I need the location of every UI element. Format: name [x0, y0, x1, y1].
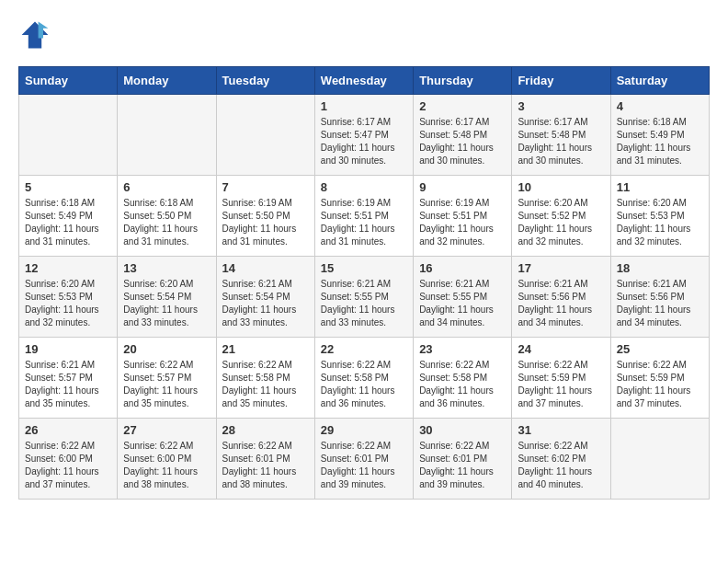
day-number: 8	[321, 180, 407, 194]
calendar-cell: 16Sunrise: 6:21 AM Sunset: 5:55 PM Dayli…	[414, 257, 512, 338]
calendar-week-row: 26Sunrise: 6:22 AM Sunset: 6:00 PM Dayli…	[19, 419, 710, 500]
calendar-cell: 22Sunrise: 6:22 AM Sunset: 5:58 PM Dayli…	[314, 338, 413, 419]
calendar-week-row: 1Sunrise: 6:17 AM Sunset: 5:47 PM Daylig…	[19, 95, 710, 176]
logo-icon	[18, 18, 51, 52]
day-number: 6	[123, 180, 210, 194]
calendar-cell: 21Sunrise: 6:22 AM Sunset: 5:58 PM Dayli…	[216, 338, 314, 419]
calendar-cell: 26Sunrise: 6:22 AM Sunset: 6:00 PM Dayli…	[19, 419, 118, 500]
calendar-cell: 6Sunrise: 6:18 AM Sunset: 5:50 PM Daylig…	[118, 176, 216, 257]
calendar-cell	[610, 419, 709, 500]
calendar-cell: 1Sunrise: 6:17 AM Sunset: 5:47 PM Daylig…	[314, 95, 413, 176]
calendar-cell: 15Sunrise: 6:21 AM Sunset: 5:55 PM Dayli…	[314, 257, 413, 338]
day-info: Sunrise: 6:22 AM Sunset: 5:57 PM Dayligh…	[123, 359, 210, 410]
day-info: Sunrise: 6:22 AM Sunset: 5:58 PM Dayligh…	[419, 359, 506, 410]
calendar-cell: 27Sunrise: 6:22 AM Sunset: 6:00 PM Dayli…	[118, 419, 216, 500]
calendar-cell	[118, 95, 216, 176]
calendar-cell: 9Sunrise: 6:19 AM Sunset: 5:51 PM Daylig…	[414, 176, 512, 257]
day-number: 11	[617, 180, 703, 194]
day-number: 15	[321, 261, 407, 275]
calendar-cell: 10Sunrise: 6:20 AM Sunset: 5:52 PM Dayli…	[512, 176, 610, 257]
day-info: Sunrise: 6:21 AM Sunset: 5:56 PM Dayligh…	[617, 278, 703, 329]
day-info: Sunrise: 6:22 AM Sunset: 6:01 PM Dayligh…	[419, 440, 506, 491]
day-number: 3	[518, 99, 604, 113]
day-number: 21	[222, 342, 309, 356]
weekday-header: Tuesday	[216, 67, 314, 95]
day-number: 7	[222, 180, 309, 194]
day-info: Sunrise: 6:22 AM Sunset: 5:59 PM Dayligh…	[518, 359, 604, 410]
day-info: Sunrise: 6:20 AM Sunset: 5:53 PM Dayligh…	[617, 197, 703, 248]
calendar-cell: 19Sunrise: 6:21 AM Sunset: 5:57 PM Dayli…	[19, 338, 118, 419]
day-number: 2	[419, 99, 506, 113]
calendar-cell: 11Sunrise: 6:20 AM Sunset: 5:53 PM Dayli…	[610, 176, 709, 257]
day-info: Sunrise: 6:20 AM Sunset: 5:54 PM Dayligh…	[123, 278, 210, 329]
day-info: Sunrise: 6:21 AM Sunset: 5:55 PM Dayligh…	[419, 278, 506, 329]
day-number: 30	[419, 423, 506, 437]
calendar-cell: 23Sunrise: 6:22 AM Sunset: 5:58 PM Dayli…	[414, 338, 512, 419]
weekday-header: Sunday	[19, 67, 118, 95]
calendar-cell: 24Sunrise: 6:22 AM Sunset: 5:59 PM Dayli…	[512, 338, 610, 419]
day-info: Sunrise: 6:22 AM Sunset: 6:00 PM Dayligh…	[25, 440, 111, 491]
day-number: 17	[518, 261, 604, 275]
calendar-cell: 12Sunrise: 6:20 AM Sunset: 5:53 PM Dayli…	[19, 257, 118, 338]
day-info: Sunrise: 6:18 AM Sunset: 5:49 PM Dayligh…	[617, 116, 703, 167]
calendar-cell: 7Sunrise: 6:19 AM Sunset: 5:50 PM Daylig…	[216, 176, 314, 257]
calendar-cell: 17Sunrise: 6:21 AM Sunset: 5:56 PM Dayli…	[512, 257, 610, 338]
svg-marker-1	[39, 22, 49, 39]
calendar-week-row: 12Sunrise: 6:20 AM Sunset: 5:53 PM Dayli…	[19, 257, 710, 338]
day-info: Sunrise: 6:19 AM Sunset: 5:51 PM Dayligh…	[321, 197, 407, 248]
calendar-table: SundayMondayTuesdayWednesdayThursdayFrid…	[18, 66, 710, 500]
day-info: Sunrise: 6:22 AM Sunset: 5:58 PM Dayligh…	[321, 359, 407, 410]
calendar-week-row: 5Sunrise: 6:18 AM Sunset: 5:49 PM Daylig…	[19, 176, 710, 257]
calendar-cell: 14Sunrise: 6:21 AM Sunset: 5:54 PM Dayli…	[216, 257, 314, 338]
day-info: Sunrise: 6:21 AM Sunset: 5:56 PM Dayligh…	[518, 278, 604, 329]
day-info: Sunrise: 6:21 AM Sunset: 5:57 PM Dayligh…	[25, 359, 111, 410]
page-header	[18, 18, 710, 52]
calendar-cell: 25Sunrise: 6:22 AM Sunset: 5:59 PM Dayli…	[610, 338, 709, 419]
day-number: 18	[617, 261, 703, 275]
day-number: 23	[419, 342, 506, 356]
day-number: 24	[518, 342, 604, 356]
logo	[18, 18, 55, 52]
day-number: 9	[419, 180, 506, 194]
weekday-header: Thursday	[414, 67, 512, 95]
day-info: Sunrise: 6:20 AM Sunset: 5:53 PM Dayligh…	[25, 278, 111, 329]
svg-marker-0	[22, 22, 49, 49]
day-number: 27	[123, 423, 210, 437]
day-info: Sunrise: 6:17 AM Sunset: 5:47 PM Dayligh…	[321, 116, 407, 167]
weekday-header: Saturday	[610, 67, 709, 95]
calendar-cell: 2Sunrise: 6:17 AM Sunset: 5:48 PM Daylig…	[414, 95, 512, 176]
day-number: 5	[25, 180, 111, 194]
weekday-header-row: SundayMondayTuesdayWednesdayThursdayFrid…	[19, 67, 710, 95]
day-number: 4	[617, 99, 703, 113]
day-number: 16	[419, 261, 506, 275]
day-info: Sunrise: 6:22 AM Sunset: 5:58 PM Dayligh…	[222, 359, 309, 410]
weekday-header: Wednesday	[314, 67, 413, 95]
day-number: 19	[25, 342, 111, 356]
calendar-cell: 5Sunrise: 6:18 AM Sunset: 5:49 PM Daylig…	[19, 176, 118, 257]
calendar-cell: 29Sunrise: 6:22 AM Sunset: 6:01 PM Dayli…	[314, 419, 413, 500]
calendar-cell: 8Sunrise: 6:19 AM Sunset: 5:51 PM Daylig…	[314, 176, 413, 257]
day-info: Sunrise: 6:17 AM Sunset: 5:48 PM Dayligh…	[419, 116, 506, 167]
day-number: 25	[617, 342, 703, 356]
day-info: Sunrise: 6:18 AM Sunset: 5:49 PM Dayligh…	[25, 197, 111, 248]
day-info: Sunrise: 6:22 AM Sunset: 6:00 PM Dayligh…	[123, 440, 210, 491]
day-number: 13	[123, 261, 210, 275]
calendar-cell: 13Sunrise: 6:20 AM Sunset: 5:54 PM Dayli…	[118, 257, 216, 338]
calendar-cell: 30Sunrise: 6:22 AM Sunset: 6:01 PM Dayli…	[414, 419, 512, 500]
day-number: 31	[518, 423, 604, 437]
day-info: Sunrise: 6:22 AM Sunset: 6:01 PM Dayligh…	[222, 440, 309, 491]
day-info: Sunrise: 6:21 AM Sunset: 5:55 PM Dayligh…	[321, 278, 407, 329]
weekday-header: Monday	[118, 67, 216, 95]
day-info: Sunrise: 6:19 AM Sunset: 5:50 PM Dayligh…	[222, 197, 309, 248]
day-info: Sunrise: 6:22 AM Sunset: 5:59 PM Dayligh…	[617, 359, 703, 410]
calendar-cell	[19, 95, 118, 176]
calendar-cell	[216, 95, 314, 176]
day-number: 1	[321, 99, 407, 113]
calendar-week-row: 19Sunrise: 6:21 AM Sunset: 5:57 PM Dayli…	[19, 338, 710, 419]
day-number: 20	[123, 342, 210, 356]
calendar-cell: 31Sunrise: 6:22 AM Sunset: 6:02 PM Dayli…	[512, 419, 610, 500]
weekday-header: Friday	[512, 67, 610, 95]
calendar-cell: 28Sunrise: 6:22 AM Sunset: 6:01 PM Dayli…	[216, 419, 314, 500]
calendar-cell: 18Sunrise: 6:21 AM Sunset: 5:56 PM Dayli…	[610, 257, 709, 338]
day-info: Sunrise: 6:21 AM Sunset: 5:54 PM Dayligh…	[222, 278, 309, 329]
